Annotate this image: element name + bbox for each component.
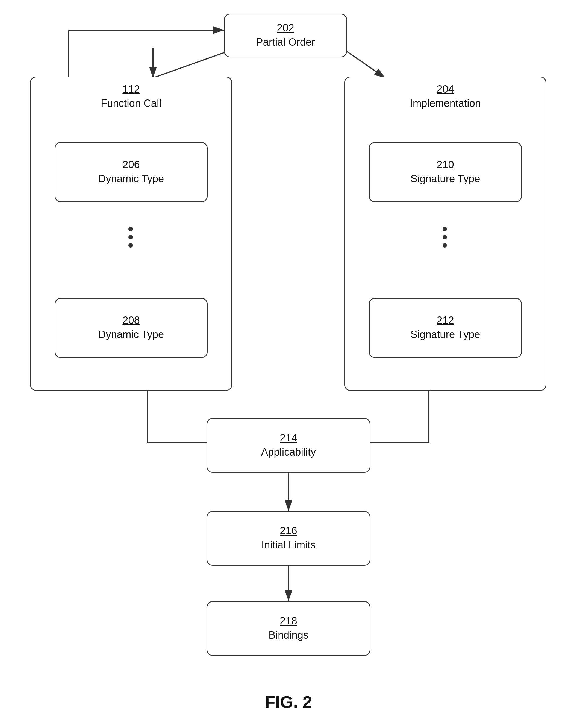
implementation-title-area: 204 Implementation <box>345 83 546 110</box>
initial-limits-label: Initial Limits <box>261 538 316 552</box>
dot-2 <box>128 235 133 239</box>
dynamic-type-208-box: 208 Dynamic Type <box>55 298 208 358</box>
initial-limits-number: 216 <box>280 525 297 537</box>
dynamic-type-208-number: 208 <box>123 315 139 326</box>
bindings-box: 218 Bindings <box>207 601 370 656</box>
signature-type-210-number: 210 <box>437 159 454 171</box>
signature-type-210-label: Signature Type <box>411 172 480 186</box>
signature-type-212-label: Signature Type <box>411 328 480 341</box>
applicability-box: 214 Applicability <box>207 418 370 473</box>
function-call-dots <box>128 227 133 248</box>
signature-type-212-box: 212 Signature Type <box>369 298 522 358</box>
dot-1 <box>128 227 133 231</box>
diagram: 202 Partial Order 112 Function Call 206 … <box>0 0 577 728</box>
partial-order-box: 202 Partial Order <box>224 14 347 57</box>
implementation-label: Implementation <box>345 97 546 110</box>
dynamic-type-206-number: 206 <box>123 159 139 171</box>
dynamic-type-206-label: Dynamic Type <box>98 172 164 186</box>
function-call-label: Function Call <box>31 97 231 110</box>
figure-label: FIG. 2 <box>0 692 577 711</box>
dynamic-type-206-box: 206 Dynamic Type <box>55 142 208 202</box>
applicability-label: Applicability <box>261 445 316 459</box>
initial-limits-box: 216 Initial Limits <box>207 511 370 566</box>
function-call-title-area: 112 Function Call <box>31 83 231 110</box>
bindings-number: 218 <box>280 615 297 627</box>
signature-type-210-box: 210 Signature Type <box>369 142 522 202</box>
partial-order-number: 202 <box>277 22 294 34</box>
applicability-number: 214 <box>280 432 297 444</box>
svg-line-1 <box>341 48 385 78</box>
dot-5 <box>443 235 447 239</box>
dot-4 <box>443 227 447 231</box>
implementation-number: 204 <box>345 83 546 95</box>
function-call-number: 112 <box>31 83 231 95</box>
signature-type-212-number: 212 <box>437 315 454 326</box>
dynamic-type-208-label: Dynamic Type <box>98 328 164 341</box>
implementation-dots <box>443 227 447 248</box>
partial-order-label: Partial Order <box>256 35 315 49</box>
bindings-label: Bindings <box>268 628 309 642</box>
dot-6 <box>443 243 447 248</box>
dot-3 <box>128 243 133 248</box>
